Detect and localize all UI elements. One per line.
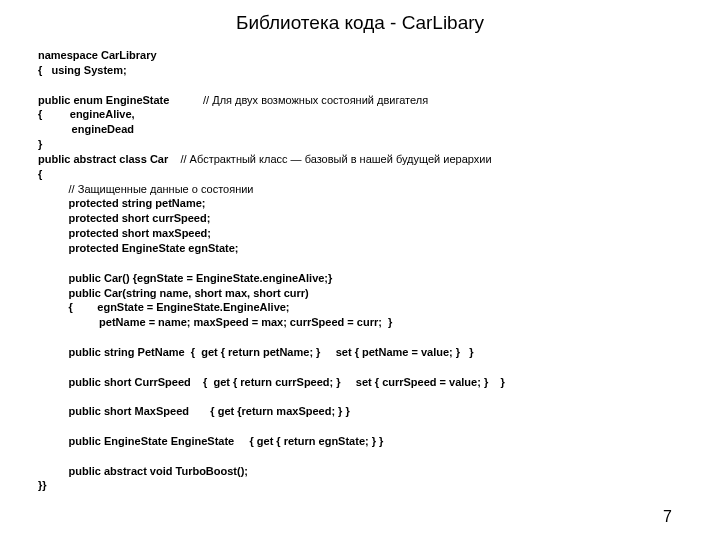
- code-line: engineDead: [38, 123, 134, 135]
- code-comment: // Для двух возможных состояний двигател…: [203, 94, 428, 106]
- code-line: namespace CarLibrary: [38, 49, 157, 61]
- code-line: { egnState = EngineState.EngineAlive;: [38, 301, 290, 313]
- code-block: namespace CarLibrary { using System; pub…: [0, 42, 720, 493]
- code-line: public enum EngineState: [38, 94, 203, 106]
- code-line: public short CurrSpeed { get { return cu…: [38, 376, 505, 388]
- code-line: public Car(string name, short max, short…: [38, 287, 309, 299]
- code-line: protected short maxSpeed;: [38, 227, 211, 239]
- slide-title: Библиотека кода - CarLibary: [0, 0, 720, 42]
- code-line: protected string petName;: [38, 197, 205, 209]
- code-line: petName = name; maxSpeed = max; currSpee…: [38, 316, 392, 328]
- page-number: 7: [663, 508, 672, 526]
- code-line: public EngineState EngineState { get { r…: [38, 435, 383, 447]
- code-line: { using System;: [38, 64, 127, 76]
- code-line: [38, 183, 69, 195]
- code-line: }: [38, 138, 42, 150]
- code-line: protected short currSpeed;: [38, 212, 210, 224]
- code-line: public abstract class Car: [38, 153, 180, 165]
- code-line: public abstract void TurboBoost();: [38, 465, 248, 477]
- code-line: { engineAlive,: [38, 108, 135, 120]
- code-line: public short MaxSpeed { get {return maxS…: [38, 405, 350, 417]
- code-line: }}: [38, 479, 47, 491]
- code-comment: // Абстрактный класс — базовый в нашей б…: [180, 153, 491, 165]
- code-comment: // Защищенные данные о состоянии: [69, 183, 254, 195]
- code-line: public Car() {egnState = EngineState.eng…: [38, 272, 332, 284]
- code-line: protected EngineState egnState;: [38, 242, 238, 254]
- code-line: public string PetName { get { return pet…: [38, 346, 474, 358]
- code-line: {: [38, 168, 42, 180]
